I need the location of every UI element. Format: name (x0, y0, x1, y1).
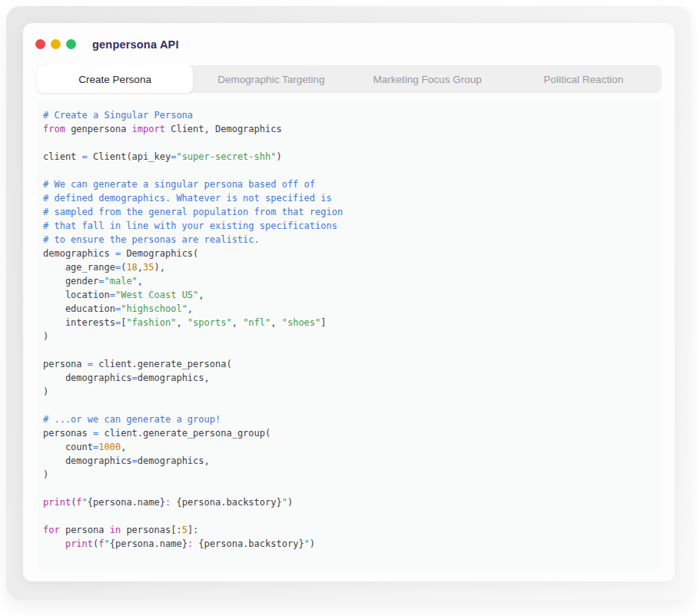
code-line: print(f"{persona.name}: {persona.backsto… (43, 537, 654, 551)
close-icon[interactable] (35, 39, 45, 49)
code-line: ) (43, 385, 654, 399)
code-line: client = Client(api_key="super-secret-sh… (43, 150, 654, 164)
app-window: genpersona API Create Persona Demographi… (23, 23, 675, 581)
code-line: demographics=demographics, (43, 371, 654, 385)
code-line: from genpersona import Client, Demograph… (43, 122, 654, 136)
code-line: ) (43, 330, 654, 343)
window-titlebar: genpersona API (23, 23, 675, 65)
minimize-icon[interactable] (51, 39, 61, 49)
code-line: # ...or we can generate a group! (43, 412, 654, 426)
code-line (43, 509, 654, 523)
code-line: # We can generate a singular persona bas… (43, 177, 654, 191)
tab-create-persona[interactable]: Create Persona (37, 65, 193, 93)
tab-political-reaction[interactable]: Political Reaction (506, 65, 662, 93)
backdrop-card: genpersona API Create Persona Demographi… (6, 6, 691, 600)
code-line (43, 399, 654, 412)
code-line: count=1000, (43, 440, 654, 454)
code-line: interests=["fashion", "sports", "nfl", "… (43, 316, 654, 330)
tab-marketing-focus-group[interactable]: Marketing Focus Group (350, 65, 506, 93)
code-line (43, 343, 654, 357)
maximize-icon[interactable] (66, 39, 76, 49)
tab-demographic-targeting[interactable]: Demographic Targeting (193, 65, 349, 93)
code-line: # defined demographics. Whatever is not … (43, 191, 654, 205)
code-line: education="highschool", (43, 302, 654, 316)
code-line: for persona in personas[:5]: (43, 523, 654, 537)
code-line: # that fall in line with your existing s… (43, 219, 654, 233)
tab-bar: Create Persona Demographic Targeting Mar… (37, 65, 662, 93)
code-line (43, 136, 654, 150)
code-line (43, 164, 654, 177)
code-line (43, 482, 654, 495)
code-line: # Create a Singular Persona (43, 108, 654, 122)
code-block: # Create a Singular Personafrom genperso… (43, 108, 654, 551)
code-line: demographics = Demographics( (43, 247, 654, 260)
window-title: genpersona API (92, 38, 179, 51)
code-line: personas = client.generate_persona_group… (43, 426, 654, 440)
code-line: # to ensure the personas are realistic. (43, 233, 654, 247)
code-line: print(f"{persona.name}: {persona.backsto… (43, 495, 654, 509)
code-line: ) (43, 468, 654, 482)
code-line: age_range=(18,35), (43, 260, 654, 274)
code-line: gender="male", (43, 274, 654, 288)
code-line: persona = client.generate_persona( (43, 357, 654, 371)
page: { "window": { "title": "genpersona API",… (0, 0, 697, 616)
code-line: location="West Coast US", (43, 288, 654, 302)
code-line: # sampled from the general population fr… (43, 205, 654, 219)
code-line: demographics=demographics, (43, 454, 654, 468)
code-editor-panel[interactable]: # Create a Singular Personafrom genperso… (37, 99, 662, 569)
